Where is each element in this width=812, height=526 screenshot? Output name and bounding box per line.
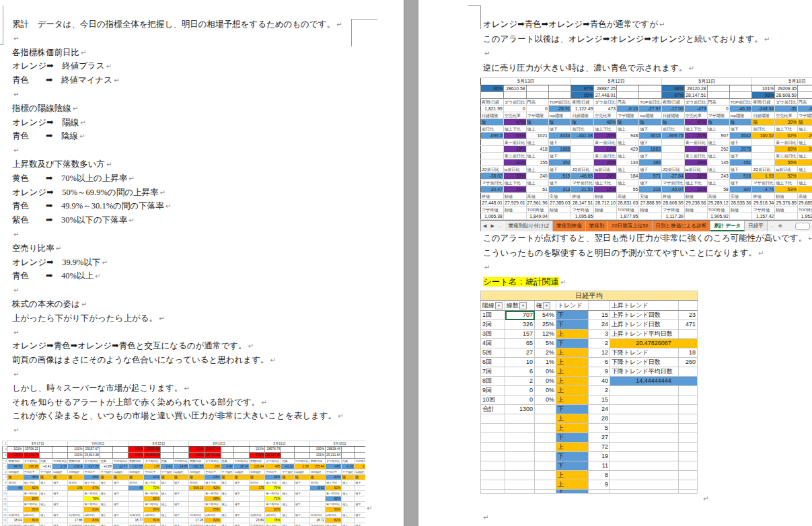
- excel-cell: -21.50: [571, 186, 594, 193]
- trend-cell: 上: [556, 471, 589, 480]
- excel-cell: [221, 507, 233, 513]
- column-header-cell: マザ終値: [481, 206, 504, 213]
- column-header-cell: 値上: [707, 166, 729, 173]
- column-header-cell: 値下: [52, 502, 68, 507]
- paragraph[interactable]: 青色 ➡ 49.9%～30.1%の間の下落率↵: [12, 199, 394, 213]
- paragraph[interactable]: 黄色 ➡ 70%以上の上昇率↵: [12, 172, 394, 186]
- stats-cell: 4回: [481, 339, 505, 348]
- paragraph[interactable]: 青色 ➡ 終値マイナス↵: [12, 73, 394, 87]
- paragraph-mark: ↵: [808, 235, 812, 242]
- paragraph[interactable]: ↵: [12, 227, 394, 241]
- paragraph[interactable]: ↵: [12, 367, 394, 381]
- stats-label-cell: [610, 443, 679, 452]
- paragraph-mark: ↵: [128, 175, 134, 182]
- excel-cell: -0.15: [617, 106, 639, 112]
- trend-average-cell: 14.44444444: [610, 377, 698, 386]
- column-header-cell: 日経陽陰: [68, 469, 83, 475]
- paragraph[interactable]: オレンジ➡ 陽線↵: [12, 116, 394, 130]
- column-header-cell: 値上下比: [775, 180, 798, 186]
- date-header-cell: 5月13日: [481, 78, 571, 85]
- paragraph[interactable]: 株式の本来の姿は↵: [12, 297, 394, 311]
- excel-cell: [342, 486, 355, 491]
- column-header-cell: jq前日比: [144, 513, 160, 518]
- page-right[interactable]: オレンジ➡青色➡オレンジ➡青色が通常ですが↵このアラート以後は、オレンジ➡オレン…: [418, 0, 812, 526]
- paragraph[interactable]: ↵: [12, 87, 394, 102]
- paragraph[interactable]: ↵: [483, 260, 806, 275]
- paragraph[interactable]: ↵: [12, 283, 394, 297]
- excel-cell: [113, 496, 128, 502]
- stats-cell: [535, 443, 556, 452]
- paragraph[interactable]: ↵: [12, 423, 394, 437]
- tab-scroll-right-icon: ▶: [488, 221, 496, 231]
- excel-cell: -0.16: [797, 106, 812, 112]
- excel-cell: 101%: [189, 447, 205, 453]
- excel-cell: 28,535.36: [729, 200, 752, 206]
- excel-cell: 184: [617, 173, 639, 180]
- trend-cell: 下: [556, 461, 589, 471]
- paragraph-mark: ↵: [165, 202, 171, 210]
- excel-cell: -473: [684, 106, 707, 112]
- paragraph[interactable]: これが赤く染まると、いつもの市場と違い買い圧力が非常に大きいことを表します。↵: [12, 409, 394, 423]
- paragraph[interactable]: 紫色 ➡ 30%以下の下落率↵: [12, 213, 394, 227]
- paragraph[interactable]: 各指標株価前日比↵: [12, 46, 394, 60]
- paragraph[interactable]: このアラートが点灯すると、翌日も売り圧力が非常に強くのころ可能性が高いです。↵: [483, 231, 806, 246]
- embedded-stats-table[interactable]: 日経平均陽線▼線数▼確▼トレンド上昇トレンド1回70754%下15上昇トレンド回…: [480, 291, 700, 519]
- column-header-cell: 始値: [729, 206, 752, 213]
- paragraph[interactable]: 指標の陽線陰線↵: [12, 102, 394, 116]
- excel-cell: 31%: [503, 159, 526, 166]
- date-header-cell: 5月12日: [571, 78, 661, 85]
- excel-cell: 907: [707, 133, 729, 139]
- paragraph[interactable]: 青色 ➡ 陰線↵: [12, 129, 394, 143]
- paragraph[interactable]: オレンジ➡ 終値プラス↵: [12, 59, 394, 73]
- paragraph[interactable]: オレンジ➡ 39.9%以下↵: [12, 256, 394, 270]
- paragraph[interactable]: 逆に売り圧力が大きい時は、濃い青色で示されます。↵: [483, 61, 806, 76]
- paragraph[interactable]: 上がったら下がり下がったら上がる。↵: [12, 311, 394, 326]
- paragraph[interactable]: オレンジ➡ 50%～69.9%の間の上昇率↵: [12, 186, 394, 200]
- paragraph[interactable]: ↵: [12, 143, 394, 157]
- column-header-cell: 値下: [173, 502, 188, 507]
- paragraph[interactable]: このアラート以後は、オレンジ➡オレンジ➡オレンジと続いております。↵: [483, 32, 806, 47]
- paragraph[interactable]: それを知らせるアラートが上部で赤く染められている部分です。↵: [12, 396, 394, 410]
- column-header-cell: 始値: [503, 193, 526, 200]
- paragraph[interactable]: 累計 データは、今日の指標全体を把握し、明日の相場予想をするためのものです。↵: [12, 17, 394, 32]
- excel-cell: 100%: [189, 453, 205, 459]
- excel-cell: -38.02: [481, 173, 504, 180]
- stats-label-cell: 下降トレンド日数: [610, 358, 679, 367]
- paragraph[interactable]: ↵: [12, 326, 394, 340]
- stats-cell: [505, 471, 535, 480]
- column-header-cell: 空売比率: [23, 469, 39, 475]
- excel-cell: 134: [617, 159, 639, 166]
- paragraph[interactable]: 空売り比率↵: [12, 241, 394, 256]
- column-header-cell: 値下: [639, 139, 662, 146]
- trend-cell: 下: [556, 405, 589, 414]
- column-header-cell: jq前日比: [265, 513, 281, 518]
- column-header-cell: 値上: [617, 166, 639, 173]
- excel-cell: [548, 92, 571, 99]
- paragraph[interactable]: 青色 ➡ 40%以上↵: [12, 269, 394, 283]
- embedded-excel-screenshot[interactable]: 5月13日5月12日5月11日5月10日96%28610.5897%28987.…: [480, 77, 812, 231]
- excel-cell: 32%: [684, 173, 707, 180]
- paragraph-mark: ↵: [483, 514, 488, 521]
- paragraph[interactable]: こういったものを駆使すると明日の予測が立てやすいことになります。↵: [483, 246, 806, 261]
- paragraph[interactable]: シート名：統計関連↵: [483, 275, 806, 290]
- sheet-tab: 業種別: [586, 221, 609, 231]
- excel-cell: +0.32: [281, 464, 294, 469]
- paragraph[interactable]: 前頁の画像はまさにそのような色合いになっていると思われます。↵: [12, 353, 394, 367]
- stats-cell: [505, 424, 535, 433]
- paragraph[interactable]: オレンジ➡青色➡オレンジ➡青色が通常ですが↵: [483, 17, 806, 32]
- excel-cell: -909.75: [661, 133, 684, 139]
- column-header-cell: 東二前日比: [684, 153, 707, 159]
- paragraph[interactable]: ↵: [483, 46, 806, 61]
- stats-cell: 326: [505, 320, 535, 330]
- paragraph[interactable]: オレンジ➡青色➡オレンジ➡青色と交互になるのが通常です。↵: [12, 339, 394, 353]
- column-header-cell: 値下: [52, 523, 68, 526]
- paragraph[interactable]: 上昇数及び下落数多い方↵: [12, 157, 394, 172]
- paragraph[interactable]: ↵: [12, 32, 394, 46]
- excel-cell: [52, 518, 68, 523]
- paragraph[interactable]: しかし、時々スーパーな市場が起こります。↵: [12, 381, 394, 396]
- column-header-cell: 値上: [160, 480, 173, 486]
- column-header-cell: 前日比: [752, 126, 775, 133]
- excel-cell: [355, 518, 365, 523]
- embedded-excel-thumbnail[interactable]: 13月17日3月16日3月15日3月12日3月11日3月10日2101%2970…: [2, 441, 365, 526]
- page-left[interactable]: 累計 データは、今日の指標全体を把握し、明日の相場予想をするためのものです。↵↵…: [0, 0, 404, 526]
